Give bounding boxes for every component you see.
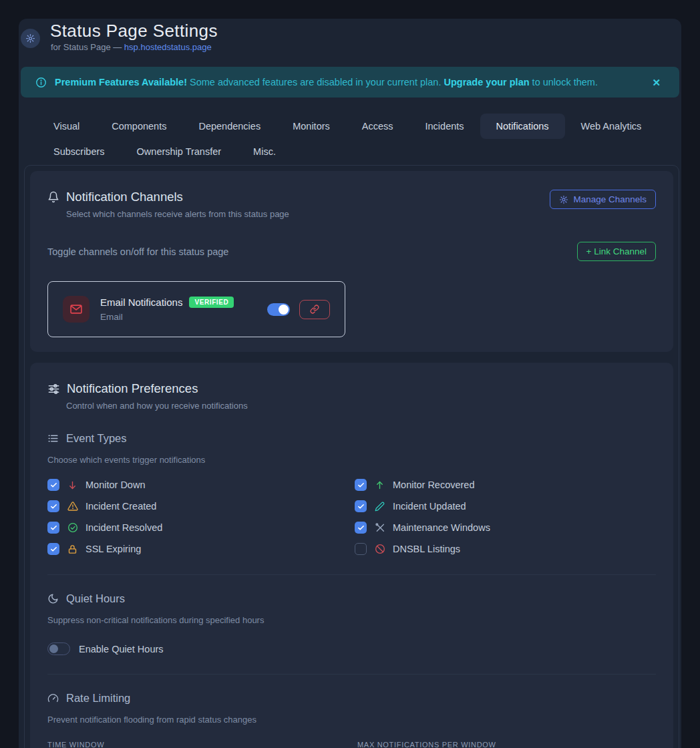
toggle-knob [49,644,58,653]
warning-triangle-icon [67,501,78,512]
channel-name: Email Notifications [100,297,182,308]
event-incident-resolved[interactable]: Incident Resolved [47,521,355,534]
banner-title: Premium Features Available! [55,77,187,87]
event-monitor-down[interactable]: Monitor Down [47,478,355,492]
settings-page: Status Page Settings for Status Page — h… [19,19,681,748]
arrow-down-icon [67,480,78,490]
quiet-hours-heading: Quiet Hours [66,592,125,605]
event-types-subheading: Choose which events trigger notification… [47,455,656,465]
event-types-heading-row: Event Types [47,432,656,445]
tools-icon [374,522,385,533]
channels-heading-row: Notification Channels [47,190,289,204]
tab-dependencies[interactable]: Dependencies [182,114,277,139]
gear-avatar [21,29,40,48]
page-subtitle: for Status Page — hsp.hostedstatus.page [51,42,212,52]
event-incident-created[interactable]: Incident Created [47,500,355,513]
checkbox-checked[interactable] [47,543,59,555]
event-ssl-expiring[interactable]: SSL Expiring [47,542,355,556]
checkbox-checked[interactable] [355,522,367,534]
tab-visual[interactable]: Visual [37,114,96,139]
notifications-tab-panel: Notification Channels Select which chann… [24,165,679,748]
quiet-hours-heading-row: Quiet Hours [47,592,656,605]
event-types-heading: Event Types [66,432,127,445]
preferences-heading-row: Notification Preferences [47,381,656,396]
pencil-icon [374,502,385,512]
quiet-hours-toggle[interactable] [47,642,70,655]
toggle-knob [279,305,289,315]
checkbox-checked[interactable] [355,479,367,491]
checkbox-checked[interactable] [47,522,59,534]
ban-icon [374,544,385,554]
gear-icon [559,195,568,204]
preferences-subheading: Control when and how you receive notific… [66,401,656,411]
notification-channels-section: Notification Channels Select which chann… [30,171,673,352]
event-monitor-recovered[interactable]: Monitor Recovered [355,478,656,492]
quiet-hours-subheading: Suppress non-critical notifications duri… [47,615,656,625]
check-circle-icon [67,522,78,533]
event-incident-updated[interactable]: Incident Updated [355,500,656,513]
rate-limiting-subheading: Prevent notification flooding from rapid… [47,715,656,725]
quiet-hours-toggle-label: Enable Quiet Hours [79,644,164,654]
link-channel-button[interactable]: + Link Channel [577,242,656,261]
checkbox-checked[interactable] [47,479,59,491]
email-channel-tile [63,296,90,323]
arrow-up-icon [374,480,385,490]
settings-tabs: Visual Components Dependencies Monitors … [37,114,663,164]
checkbox-checked[interactable] [47,500,59,512]
time-window-label: TIME WINDOW [47,741,345,748]
unlink-channel-button[interactable] [299,300,330,319]
channel-type: Email [100,312,267,322]
rate-limiting-heading: Rate Limiting [66,692,130,705]
channels-heading: Notification Channels [66,190,183,204]
notification-preferences-section: Notification Preferences Control when an… [30,363,673,748]
list-icon [47,433,59,444]
moon-icon [47,593,59,604]
page-title: Status Page Settings [50,21,218,41]
tab-access[interactable]: Access [346,114,409,139]
upgrade-plan-link[interactable]: Upgrade your plan [444,77,529,87]
rate-limiting-heading-row: Rate Limiting [47,692,656,705]
divider [47,674,656,675]
tab-subscribers[interactable]: Subscribers [37,139,121,164]
tab-misc[interactable]: Misc. [237,139,292,164]
channels-toggle-hint: Toggle channels on/off for this status p… [47,246,228,257]
divider [47,574,656,575]
checkbox-checked[interactable] [355,500,367,512]
lock-icon [67,544,78,554]
premium-banner: Premium Features Available! Some advance… [21,67,679,98]
bell-icon [47,191,59,203]
envelope-icon [69,303,83,316]
tab-web-analytics[interactable]: Web Analytics [565,114,658,139]
link-icon [310,305,319,314]
email-channel-toggle[interactable] [267,303,290,316]
status-page-domain-link[interactable]: hsp.hostedstatus.page [124,42,212,52]
tab-notifications[interactable]: Notifications [480,114,565,139]
checkbox-unchecked[interactable] [355,543,367,555]
max-notifications-label: MAX NOTIFICATIONS PER WINDOW [357,741,655,748]
info-icon [35,77,47,88]
gauge-icon [47,693,59,704]
gear-icon [25,33,35,43]
tab-components[interactable]: Components [96,114,182,139]
close-icon[interactable]: ✕ [648,75,665,90]
tab-incidents[interactable]: Incidents [409,114,480,139]
banner-text: Premium Features Available! Some advance… [55,77,648,87]
preferences-heading: Notification Preferences [67,381,198,396]
verified-badge: VERIFIED [189,297,234,308]
tab-monitors[interactable]: Monitors [277,114,346,139]
email-channel-card: Email Notifications VERIFIED Email [47,281,345,337]
time-window-field: TIME WINDOW 15 minutes [47,741,345,748]
manage-channels-button[interactable]: Manage Channels [550,190,656,209]
event-types-grid: Monitor Down Monitor Recovered Incident … [47,478,656,556]
sliders-icon [47,383,60,395]
event-dnsbl-listings[interactable]: DNSBL Listings [355,542,656,556]
tab-ownership-transfer[interactable]: Ownership Transfer [121,139,238,164]
channels-subheading: Select which channels receive alerts fro… [66,209,289,219]
event-maintenance-windows[interactable]: Maintenance Windows [355,521,656,534]
max-notifications-field: MAX NOTIFICATIONS PER WINDOW 10 [357,741,655,748]
